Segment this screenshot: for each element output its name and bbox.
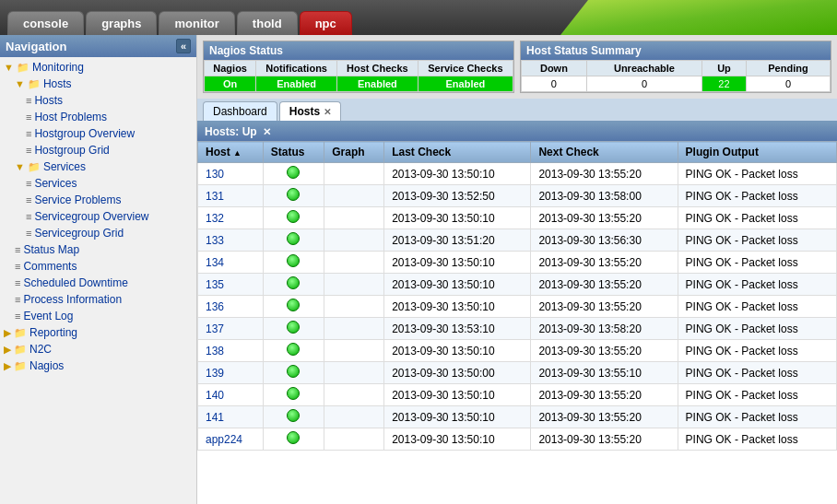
host-graph[interactable] xyxy=(324,185,384,207)
hosts-up-label: Hosts: Up xyxy=(205,125,257,138)
host-name[interactable]: 130 xyxy=(198,163,264,185)
host-graph[interactable] xyxy=(324,362,384,384)
col-graph[interactable]: Graph xyxy=(324,142,384,163)
host-last-check: 2013-09-30 13:50:10 xyxy=(384,163,531,185)
sidebar-label-services-folder: Services xyxy=(43,160,86,173)
host-next-check: 2013-09-30 13:55:20 xyxy=(531,163,678,185)
host-next-check: 2013-09-30 13:55:20 xyxy=(531,340,678,362)
host-status-value-down[interactable]: 0 xyxy=(522,76,587,92)
tab-dashboard[interactable]: Dashboard xyxy=(203,101,277,121)
sidebar-collapse-button[interactable]: « xyxy=(176,39,191,53)
sidebar-item-services[interactable]: ≡ Services xyxy=(0,175,196,192)
host-status-summary-title: Host Status Summary xyxy=(521,41,831,60)
host-plugin-output: PING OK - Packet loss xyxy=(678,384,836,406)
host-name[interactable]: 135 xyxy=(198,274,264,296)
sidebar-item-servicegroup-overview[interactable]: ≡ Servicegroup Overview xyxy=(0,208,196,225)
host-graph[interactable] xyxy=(324,296,384,318)
sidebar-item-nagios[interactable]: ▶ 📁 Nagios xyxy=(0,357,196,374)
sidebar-item-event-log[interactable]: ≡ Event Log xyxy=(0,308,196,324)
sidebar-item-reporting[interactable]: ▶ 📁 Reporting xyxy=(0,324,196,341)
host-plugin-output: PING OK - Packet loss xyxy=(678,406,836,428)
host-plugin-output: PING OK - Packet loss xyxy=(678,207,836,229)
col-next-check[interactable]: Next Check xyxy=(531,142,678,163)
tab-graphs[interactable]: graphs xyxy=(86,11,157,35)
host-graph[interactable] xyxy=(324,207,384,229)
host-name[interactable]: 132 xyxy=(198,207,264,229)
sidebar-item-comments[interactable]: ≡ Comments xyxy=(0,258,196,275)
host-name[interactable]: 140 xyxy=(198,384,264,406)
status-dot xyxy=(287,387,300,400)
sidebar-item-process-information[interactable]: ≡ Process Information xyxy=(0,291,196,308)
sidebar-item-monitoring[interactable]: ▼ 📁 Monitoring xyxy=(0,59,196,76)
host-name[interactable]: 134 xyxy=(198,252,264,274)
host-status xyxy=(263,163,324,185)
host-graph[interactable] xyxy=(324,274,384,296)
sidebar-item-hosts-folder[interactable]: ▼ 📁 Hosts xyxy=(0,76,196,92)
host-graph[interactable] xyxy=(324,252,384,274)
host-name[interactable]: 138 xyxy=(198,340,264,362)
status-dot xyxy=(287,431,300,444)
host-name[interactable]: 141 xyxy=(198,406,264,428)
sidebar-item-host-problems[interactable]: ≡ Host Problems xyxy=(0,109,196,125)
host-graph[interactable] xyxy=(324,163,384,185)
expand-icon-n2c: ▶ xyxy=(4,344,11,356)
host-status-summary-table: Down Unreachable Up Pending 0 0 22 0 xyxy=(521,60,831,92)
tab-console[interactable]: console xyxy=(7,11,84,35)
sidebar-title: Navigation xyxy=(6,40,66,53)
col-plugin-output[interactable]: Plugin Output xyxy=(678,142,836,163)
host-status xyxy=(263,384,324,406)
sidebar-item-service-problems[interactable]: ≡ Service Problems xyxy=(0,192,196,208)
host-graph[interactable] xyxy=(324,428,384,451)
tab-hosts[interactable]: Hosts ✕ xyxy=(279,101,341,121)
sidebar-item-hosts[interactable]: ≡ Hosts xyxy=(0,92,196,109)
sidebar-label-reporting: Reporting xyxy=(29,326,77,339)
host-graph[interactable] xyxy=(324,384,384,406)
table-row: 1312013-09-30 13:52:502013-09-30 13:58:0… xyxy=(198,185,837,207)
col-last-check[interactable]: Last Check xyxy=(384,142,531,163)
host-status-header-down: Down xyxy=(522,61,587,76)
status-dot xyxy=(287,299,300,311)
table-row: 1402013-09-30 13:50:102013-09-30 13:55:2… xyxy=(198,384,837,406)
sidebar-label-hosts: Hosts xyxy=(34,94,63,107)
hosts-up-close[interactable]: ✕ xyxy=(263,126,271,138)
host-name[interactable]: 131 xyxy=(198,185,264,207)
page-icon-servicegroup-grid: ≡ xyxy=(26,228,31,239)
col-host[interactable]: Host ▲ xyxy=(198,142,264,163)
sidebar-item-status-map[interactable]: ≡ Status Map xyxy=(0,241,196,258)
status-dot xyxy=(287,343,300,356)
host-last-check: 2013-09-30 13:50:10 xyxy=(384,252,531,274)
sidebar-item-hostgroup-grid[interactable]: ≡ Hostgroup Grid xyxy=(0,142,196,158)
sidebar-item-hostgroup-overview[interactable]: ≡ Hostgroup Overview xyxy=(0,125,196,142)
sidebar-item-scheduled-downtime[interactable]: ≡ Scheduled Downtime xyxy=(0,275,196,291)
expand-icon-nagios: ▶ xyxy=(4,360,11,372)
host-status-value-up[interactable]: 22 xyxy=(702,76,747,92)
host-status-value-unreachable[interactable]: 0 xyxy=(586,76,701,92)
host-graph[interactable] xyxy=(324,229,384,252)
host-name[interactable]: 137 xyxy=(198,318,264,340)
host-graph[interactable] xyxy=(324,406,384,428)
status-dot xyxy=(287,321,300,334)
sidebar-label-comments: Comments xyxy=(23,260,77,273)
host-status-value-pending[interactable]: 0 xyxy=(746,76,830,92)
sort-host-icon: ▲ xyxy=(233,148,242,158)
sidebar-item-n2c[interactable]: ▶ 📁 N2C xyxy=(0,341,196,357)
sidebar-label-event-log: Event Log xyxy=(23,310,73,322)
host-graph[interactable] xyxy=(324,318,384,340)
sidebar-item-services-folder[interactable]: ▼ 📁 Services xyxy=(0,158,196,175)
tab-npc[interactable]: npc xyxy=(300,11,352,35)
col-status[interactable]: Status xyxy=(263,142,324,163)
sidebar-item-servicegroup-grid[interactable]: ≡ Servicegroup Grid xyxy=(0,225,196,241)
status-row: Nagios Status Nagios Notifications Host … xyxy=(197,35,837,99)
status-dot xyxy=(287,276,300,289)
host-name[interactable]: app224 xyxy=(198,428,264,451)
sidebar-label-hostgroup-grid: Hostgroup Grid xyxy=(34,144,109,157)
tab-monitor[interactable]: monitor xyxy=(159,11,234,35)
host-name[interactable]: 133 xyxy=(198,229,264,252)
host-graph[interactable] xyxy=(324,340,384,362)
tab-hosts-close[interactable]: ✕ xyxy=(324,107,331,117)
tab-thold[interactable]: thold xyxy=(237,11,298,35)
host-name[interactable]: 139 xyxy=(198,362,264,384)
page-icon-servicegroup-overview: ≡ xyxy=(26,211,31,222)
host-name[interactable]: 136 xyxy=(198,296,264,318)
host-status xyxy=(263,207,324,229)
